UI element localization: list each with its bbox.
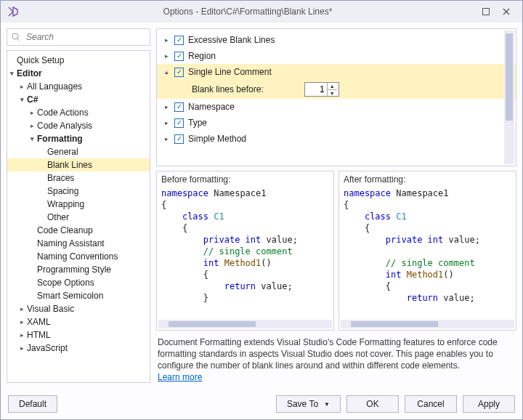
collapse-icon[interactable]: ▾ <box>7 68 17 80</box>
tree-item-braces[interactable]: Braces <box>7 171 150 185</box>
maximize-button[interactable] <box>476 4 496 19</box>
tree-item-scope-options[interactable]: Scope Options <box>7 276 150 289</box>
expand-icon[interactable]: ▸ <box>163 36 170 44</box>
tree-label: Quick Setup <box>17 54 64 67</box>
option-label: Namespace <box>188 102 235 112</box>
option-excessive-blank-lines[interactable]: ▸ ✓ Excessive Blank Lines <box>160 32 503 48</box>
tree-item-smart-semicolon[interactable]: Smart Semicolon <box>7 289 150 302</box>
right-column: ▸ ✓ Excessive Blank Lines ▸ ✓ Region ▴ ✓… <box>156 28 516 383</box>
number-input[interactable] <box>305 84 327 95</box>
tree-item-code-actions[interactable]: ▸Code Actions <box>7 106 150 119</box>
svg-rect-0 <box>483 9 490 15</box>
collapse-icon[interactable]: ▾ <box>17 94 27 106</box>
expand-icon[interactable]: ▸ <box>163 119 170 126</box>
option-region[interactable]: ▸ ✓ Region <box>160 48 503 64</box>
tree-item-blank-lines[interactable]: Blank Lines <box>7 158 150 171</box>
tree-label: XAML <box>27 316 51 328</box>
tree-item-csharp[interactable]: ▾C# <box>7 93 150 106</box>
expand-icon[interactable]: ▸ <box>17 81 27 93</box>
options-tree[interactable]: Quick Setup ▾Editor ▸All Languages ▾C# ▸… <box>7 50 150 383</box>
close-button[interactable] <box>496 4 516 19</box>
tree-label: Programming Style <box>37 264 111 276</box>
button-label: OK <box>366 399 378 409</box>
tree-label: Naming Conventions <box>37 251 118 263</box>
checkbox[interactable]: ✓ <box>174 68 184 77</box>
dropdown-caret-icon: ▼ <box>324 401 330 408</box>
pane-header: After formatting: <box>339 171 516 187</box>
dialog-body: Quick Setup ▾Editor ▸All Languages ▾C# ▸… <box>1 23 522 389</box>
option-single-line-comment[interactable]: ▴ ✓ Single Line Comment <box>160 64 503 80</box>
code-before: namespace Namespace1 { class C1 { privat… <box>157 187 333 330</box>
scrollbar-vertical[interactable] <box>504 31 514 164</box>
expand-icon[interactable]: ▸ <box>163 52 170 60</box>
dialog-footer: Default Save To▼ OK Cancel Apply <box>1 389 522 419</box>
default-button[interactable]: Default <box>8 395 57 413</box>
option-label: Region <box>188 51 216 61</box>
search-box[interactable] <box>7 28 150 46</box>
tree-item-spacing[interactable]: Spacing <box>7 185 150 198</box>
ok-button[interactable]: OK <box>346 395 399 413</box>
tree-item-naming-assistant[interactable]: Naming Assistant <box>7 237 150 250</box>
tree-item-formatting[interactable]: ▾Formatting <box>7 132 150 145</box>
tree-item-quick-setup[interactable]: Quick Setup <box>7 54 150 67</box>
apply-button[interactable]: Apply <box>463 395 515 413</box>
option-type[interactable]: ▸ ✓ Type <box>160 115 503 131</box>
tree-item-general[interactable]: General <box>7 145 150 158</box>
tree-item-programming-style[interactable]: Programming Style <box>7 263 150 276</box>
tree-item-other[interactable]: Other <box>7 211 150 224</box>
scroll-thumb[interactable] <box>351 321 438 327</box>
scrollbar-horizontal[interactable] <box>158 320 332 328</box>
option-label: Simple Method <box>188 134 246 144</box>
button-label: Apply <box>478 399 500 409</box>
option-label: Single Line Comment <box>188 67 272 77</box>
expand-icon[interactable]: ▸ <box>163 103 170 110</box>
expand-icon[interactable]: ▸ <box>28 107 37 119</box>
collapse-icon[interactable]: ▴ <box>163 68 170 76</box>
checkbox[interactable]: ✓ <box>174 118 184 128</box>
learn-more-link[interactable]: Learn more <box>158 372 202 382</box>
tree-item-wrapping[interactable]: Wrapping <box>7 198 150 211</box>
cancel-button[interactable]: Cancel <box>405 395 457 413</box>
tree-label: Editor <box>17 68 42 80</box>
tree-item-code-analysis[interactable]: ▸Code Analysis <box>7 119 150 132</box>
expand-icon[interactable]: ▸ <box>17 316 27 328</box>
tree-label: Formatting <box>37 133 83 145</box>
tree-item-xaml[interactable]: ▸XAML <box>7 315 150 328</box>
search-icon <box>12 33 20 41</box>
collapse-icon[interactable]: ▾ <box>28 133 37 145</box>
tree-item-visual-basic[interactable]: ▸Visual Basic <box>7 302 150 315</box>
save-to-button[interactable]: Save To▼ <box>276 395 341 413</box>
search-input[interactable] <box>25 31 145 43</box>
blank-lines-before-input[interactable]: ▲ ▼ <box>304 82 339 97</box>
option-single-line-comment-group: ▴ ✓ Single Line Comment Blank lines befo… <box>157 64 516 99</box>
option-namespace[interactable]: ▸ ✓ Namespace <box>160 99 503 115</box>
tree-label: All Languages <box>27 81 82 93</box>
spin-up[interactable]: ▲ <box>328 83 337 89</box>
expand-icon[interactable]: ▸ <box>163 135 170 142</box>
expand-icon[interactable]: ▸ <box>17 303 27 315</box>
button-label: Cancel <box>417 399 444 409</box>
app-icon <box>7 5 20 18</box>
tree-item-html[interactable]: ▸HTML <box>7 328 150 342</box>
tree-item-naming-conventions[interactable]: Naming Conventions <box>7 250 150 263</box>
scrollbar-horizontal[interactable] <box>341 320 514 328</box>
spinner: ▲ ▼ <box>327 83 337 96</box>
scroll-thumb[interactable] <box>506 33 513 121</box>
after-pane: After formatting: namespace Namespace1 {… <box>338 171 516 331</box>
tree-item-editor[interactable]: ▾Editor <box>7 67 150 80</box>
option-label: Type <box>188 118 207 128</box>
tree-item-all-languages[interactable]: ▸All Languages <box>7 80 150 93</box>
checkbox[interactable]: ✓ <box>174 134 184 144</box>
expand-icon[interactable]: ▸ <box>17 329 27 342</box>
scroll-thumb[interactable] <box>169 321 256 327</box>
checkbox[interactable]: ✓ <box>174 52 184 61</box>
checkbox[interactable]: ✓ <box>174 102 184 112</box>
spin-down[interactable]: ▼ <box>328 89 337 96</box>
titlebar: Options - Editor\C#\Formatting\Blank Lin… <box>1 1 522 23</box>
option-simple-method[interactable]: ▸ ✓ Simple Method <box>160 131 503 147</box>
checkbox[interactable]: ✓ <box>174 36 184 45</box>
tree-item-javascript[interactable]: ▸JavaScript <box>7 342 150 355</box>
expand-icon[interactable]: ▸ <box>17 342 27 355</box>
tree-item-code-cleanup[interactable]: Code Cleanup <box>7 224 150 237</box>
expand-icon[interactable]: ▸ <box>28 120 37 132</box>
